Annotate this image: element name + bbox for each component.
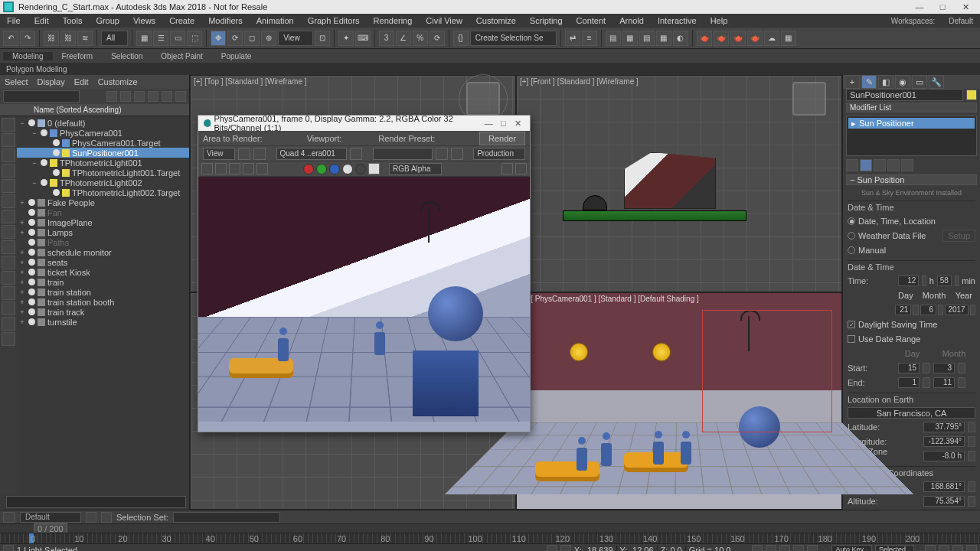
channel-swatch[interactable] bbox=[368, 163, 380, 174]
select-scale-button[interactable]: ◻ bbox=[244, 31, 260, 46]
render-a360-icon[interactable]: ▦ bbox=[781, 31, 796, 46]
tree-node[interactable]: Paths bbox=[17, 237, 189, 247]
explorer-column-header[interactable]: Name (Sorted Ascending) bbox=[0, 104, 189, 116]
fb-clear-icon[interactable] bbox=[256, 163, 268, 174]
angle-snap-icon[interactable]: ∠ bbox=[396, 31, 411, 46]
menu-customize[interactable]: Customize bbox=[469, 16, 523, 25]
stack-pin-icon[interactable] bbox=[846, 159, 858, 171]
filter-bone-icon[interactable] bbox=[2, 240, 15, 254]
iso-sel-icon[interactable] bbox=[3, 512, 15, 523]
exp-filter-icon[interactable] bbox=[120, 91, 131, 102]
tree-node[interactable]: −PhysCamera001 bbox=[17, 128, 189, 138]
time-hours-spinner[interactable] bbox=[922, 276, 926, 286]
undo-button[interactable]: ↶ bbox=[3, 31, 18, 46]
azimuth-field[interactable]: 168.681° bbox=[923, 481, 965, 492]
curve-editor-icon[interactable]: ▤ bbox=[639, 31, 655, 46]
filter-helper-icon[interactable] bbox=[2, 179, 15, 193]
exp-sync-icon[interactable] bbox=[148, 91, 158, 102]
workspace-dropdown[interactable]: Default bbox=[942, 17, 980, 25]
viewport-camera[interactable]: [+] [ PhysCamera001 ] [Standard ] [Defau… bbox=[516, 292, 842, 510]
fb-save-icon[interactable] bbox=[201, 163, 213, 174]
named-selection-dropdown[interactable]: Create Selection Se bbox=[470, 31, 557, 46]
align-icon[interactable]: ≡ bbox=[582, 31, 597, 46]
channel-b-button[interactable] bbox=[329, 164, 340, 174]
preset-save-icon[interactable] bbox=[436, 148, 448, 160]
channel-g-button[interactable] bbox=[316, 164, 327, 174]
udr-checkbox[interactable] bbox=[848, 335, 855, 343]
ribbon-tab-selection[interactable]: Selection bbox=[102, 52, 152, 60]
nav-zoomext-icon[interactable] bbox=[952, 545, 963, 552]
vp-cam-label[interactable]: [+] [ PhysCamera001 ] [Standard ] [Defau… bbox=[520, 295, 699, 303]
keyboard-icon[interactable]: ⌨ bbox=[355, 31, 371, 46]
filter-group-icon[interactable] bbox=[2, 210, 15, 223]
lock-transform-icon[interactable] bbox=[547, 545, 557, 552]
explorer-type-filter[interactable] bbox=[0, 116, 17, 494]
seltype-dropdown[interactable]: Default bbox=[20, 512, 81, 523]
menu-views[interactable]: Views bbox=[126, 16, 162, 25]
tree-node[interactable]: +Lamps bbox=[17, 227, 189, 237]
schematic-icon[interactable]: ▦ bbox=[656, 31, 671, 46]
playback-prev-icon[interactable] bbox=[766, 545, 776, 552]
dst-checkbox[interactable]: ✓ bbox=[848, 321, 855, 328]
menu-interactive[interactable]: Interactive bbox=[651, 16, 704, 25]
time-mins-spinner[interactable] bbox=[955, 276, 959, 286]
redo-button[interactable]: ↷ bbox=[20, 31, 35, 46]
playback-end-icon[interactable] bbox=[807, 545, 818, 552]
spinner-snap-icon[interactable]: ⟳ bbox=[430, 31, 445, 46]
explorer-customize[interactable]: Customize bbox=[98, 77, 138, 86]
fb-print-icon[interactable] bbox=[243, 163, 254, 174]
tab-utilities-icon[interactable]: 🔧 bbox=[929, 75, 944, 89]
menu-arnold[interactable]: Arnold bbox=[612, 16, 651, 25]
object-name-field[interactable]: SunPositioner001 bbox=[846, 89, 963, 101]
radio-dtl[interactable] bbox=[848, 217, 855, 225]
playback-start-icon[interactable] bbox=[752, 545, 763, 552]
fb-titlebar[interactable]: PhysCamera001, frame 0, Display Gamma: 2… bbox=[198, 116, 530, 131]
filter-hidden-icon[interactable] bbox=[2, 286, 15, 300]
vp-top-label[interactable]: [+] [Top ] [Standard ] [Wireframe ] bbox=[194, 77, 307, 86]
playback-play-icon[interactable] bbox=[779, 545, 790, 552]
close-button[interactable]: ✕ bbox=[954, 2, 977, 12]
tab-motion-icon[interactable]: ◉ bbox=[895, 75, 910, 89]
select-rect-icon[interactable]: ▭ bbox=[170, 31, 185, 46]
preset-dropdown[interactable] bbox=[373, 148, 433, 160]
date-day[interactable]: 21 bbox=[895, 305, 911, 315]
stack-showend-icon[interactable] bbox=[860, 159, 872, 171]
channel-r-button[interactable] bbox=[303, 164, 314, 174]
viewport-dropdown[interactable]: Quad 4 ..era001 bbox=[276, 148, 347, 160]
explorer-menu[interactable]: Select Display Edit Customize bbox=[0, 75, 189, 89]
tab-display-icon[interactable]: ▭ bbox=[912, 75, 927, 89]
filter-xref-icon[interactable] bbox=[2, 225, 15, 239]
lock-viewport-icon[interactable] bbox=[350, 148, 362, 160]
render-setup-icon[interactable]: 🫖 bbox=[697, 31, 712, 46]
selset-dropdown[interactable] bbox=[173, 512, 280, 523]
status-toggle-icon[interactable] bbox=[3, 545, 14, 552]
tree-node[interactable]: +Fake People bbox=[17, 197, 189, 207]
percent-snap-icon[interactable]: % bbox=[413, 31, 428, 46]
explorer-display[interactable]: Display bbox=[38, 77, 65, 86]
minimize-button[interactable]: — bbox=[908, 2, 931, 11]
filter-none-icon[interactable] bbox=[2, 317, 15, 331]
filter-space-icon[interactable] bbox=[2, 194, 15, 208]
tree-node[interactable]: PhysCamera001.Target bbox=[17, 138, 189, 148]
select-place-button[interactable]: ⊕ bbox=[261, 31, 276, 46]
time-slider[interactable]: 0 / 200 bbox=[0, 523, 980, 533]
timezone-field[interactable]: -8.0 h bbox=[923, 451, 965, 461]
menu-civilview[interactable]: Civil View bbox=[419, 16, 469, 25]
modifier-stack[interactable]: ▸Sun Positioner bbox=[846, 116, 977, 156]
render-iter-icon[interactable]: 🫖 bbox=[747, 31, 763, 46]
longitude-field[interactable]: -122.394° bbox=[923, 436, 965, 447]
render-frame-icon[interactable]: 🫖 bbox=[714, 31, 729, 46]
tree-node[interactable]: +ticket Kiosk bbox=[17, 267, 189, 277]
time-mins[interactable]: 58 bbox=[937, 276, 952, 286]
end-month[interactable]: 11 bbox=[933, 377, 955, 388]
tab-modify-icon[interactable]: ✎ bbox=[861, 75, 877, 89]
channel-a-button[interactable] bbox=[342, 164, 353, 174]
tree-node[interactable]: +train station bbox=[17, 287, 189, 297]
end-day[interactable]: 1 bbox=[898, 377, 920, 388]
nav-zoom-icon[interactable] bbox=[939, 545, 949, 552]
editnamedsel-icon[interactable]: {} bbox=[453, 31, 469, 46]
viewcube-front[interactable] bbox=[792, 82, 826, 116]
altitude-field[interactable]: 75.354° bbox=[923, 496, 965, 507]
toggle-ribbon-icon[interactable]: ▦ bbox=[622, 31, 638, 46]
keymode-dropdown[interactable]: Selected bbox=[875, 545, 914, 551]
